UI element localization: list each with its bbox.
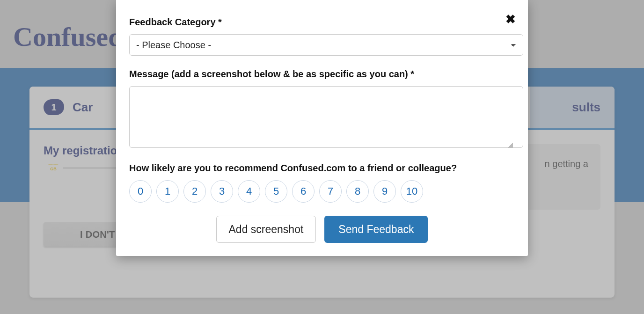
send-feedback-button[interactable]: Send Feedback	[324, 216, 428, 243]
category-select-wrap: - Please Choose -	[129, 34, 523, 56]
nps-option-6[interactable]: 6	[292, 180, 315, 203]
category-label: Feedback Category *	[129, 17, 515, 28]
message-textarea[interactable]	[129, 86, 523, 148]
nps-option-8[interactable]: 8	[346, 180, 369, 203]
nps-option-0[interactable]: 0	[129, 180, 152, 203]
nps-label: How likely are you to recommend Confused…	[129, 163, 515, 174]
nps-option-5[interactable]: 5	[265, 180, 287, 203]
add-screenshot-button[interactable]: Add screenshot	[216, 216, 316, 243]
nps-option-2[interactable]: 2	[183, 180, 206, 203]
nps-option-1[interactable]: 1	[156, 180, 179, 203]
message-label: Message (add a screenshot below & be as …	[129, 69, 515, 80]
feedback-modal: ✖ Feedback Category * - Please Choose - …	[116, 0, 528, 256]
nps-option-4[interactable]: 4	[238, 180, 260, 203]
message-wrap	[129, 86, 515, 150]
nps-option-10[interactable]: 10	[401, 180, 423, 203]
nps-option-3[interactable]: 3	[211, 180, 233, 203]
modal-actions: Add screenshot Send Feedback	[129, 216, 515, 243]
nps-row: 0 1 2 3 4 5 6 7 8 9 10	[129, 180, 515, 203]
nps-option-9[interactable]: 9	[373, 180, 396, 203]
close-icon[interactable]: ✖	[505, 13, 516, 25]
modal-overlay: ✖ Feedback Category * - Please Choose - …	[0, 0, 644, 314]
nps-option-7[interactable]: 7	[319, 180, 342, 203]
category-select[interactable]: - Please Choose -	[130, 35, 523, 55]
